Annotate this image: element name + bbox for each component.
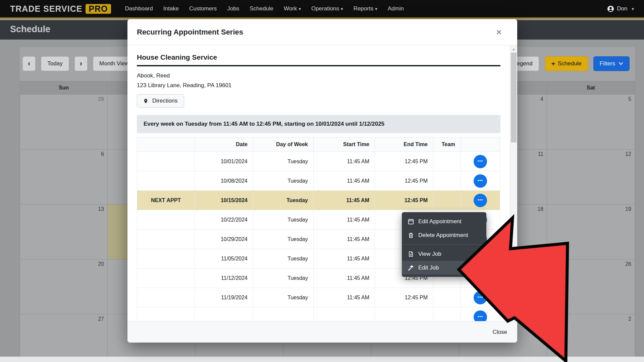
plus-icon: + <box>551 60 555 67</box>
page-bottom-strip <box>0 357 644 362</box>
row-actions-button[interactable]: ••• <box>474 174 487 188</box>
chevron-right-icon: › <box>80 59 82 68</box>
nav-jobs[interactable]: Jobs <box>227 5 239 12</box>
menu-divider <box>402 244 486 245</box>
col-start-time: Start Time <box>314 137 375 152</box>
day-cell[interactable]: 29 <box>20 95 108 149</box>
day-cell[interactable]: 19 <box>547 204 635 259</box>
user-name: Don <box>617 5 627 12</box>
caret-down-icon: ▾ <box>299 6 301 11</box>
modal-scrollbar[interactable]: ▲ ▼ <box>510 45 517 321</box>
next-month-button[interactable]: › <box>74 56 88 71</box>
day-cell[interactable]: 26 <box>547 259 635 314</box>
service-title: House Cleaning Service <box>137 53 500 66</box>
chevron-left-icon: ‹ <box>28 59 30 68</box>
caret-down-icon: ▾ <box>375 6 377 11</box>
day-number: 4 <box>540 96 543 102</box>
table-row: 10/08/2024Tuesday11:45 AM12:45 PM ••• <box>137 171 500 191</box>
row-actions-button[interactable]: ••• <box>474 194 487 207</box>
table-row: 10/01/2024Tuesday11:45 AM12:45 PM ••• <box>137 152 500 171</box>
modal-title: Recurring Appointment Series <box>137 28 243 37</box>
row-actions-button[interactable]: ••• <box>474 291 487 304</box>
prev-month-button[interactable]: ‹ <box>22 56 36 71</box>
col-end-time: End Time <box>375 137 433 152</box>
ellipsis-icon: ••• <box>478 159 483 164</box>
day-number: 5 <box>628 96 631 102</box>
calendar-icon <box>408 219 414 225</box>
row-actions-button[interactable]: ••• <box>474 310 487 321</box>
app-logo: TRADE SERVICE PRO <box>10 4 111 14</box>
modal-body: House Cleaning Service Abook, Reed 123 L… <box>127 45 517 321</box>
add-schedule-button[interactable]: +Schedule <box>545 56 588 71</box>
day-number: 26 <box>625 261 631 267</box>
menu-item-edit-appointment[interactable]: Edit Appointment <box>402 215 486 228</box>
nav-schedule[interactable]: Schedule <box>250 5 273 12</box>
chevron-down-icon <box>619 62 623 65</box>
day-number: 13 <box>98 206 104 212</box>
ellipsis-icon: ••• <box>478 178 483 183</box>
nav-customers[interactable]: Customers <box>189 5 217 12</box>
day-cell[interactable]: 2 <box>547 314 635 357</box>
next-appt-badge: NEXT APPT <box>137 191 195 210</box>
scroll-down-icon[interactable]: ▼ <box>510 314 517 320</box>
day-number: 18 <box>537 206 543 212</box>
day-cell[interactable]: 5 <box>547 95 635 149</box>
appointment-context-menu: Edit Appointment Delete Appointment View… <box>402 212 486 277</box>
trash-icon <box>408 232 414 238</box>
day-cell[interactable]: 13 <box>20 204 108 259</box>
close-icon[interactable]: × <box>496 27 502 37</box>
day-number: 12 <box>625 151 631 157</box>
nav-reports-dropdown[interactable]: Reports▾ <box>354 5 377 12</box>
customer-name: Abook, Reed <box>137 72 500 79</box>
modal-footer: Close <box>127 321 517 343</box>
brand-name: TRADE SERVICE <box>10 4 82 14</box>
menu-item-view-job[interactable]: View Job <box>402 247 486 261</box>
day-number: 1 <box>540 316 543 322</box>
scroll-up-icon[interactable]: ▲ <box>510 46 517 52</box>
col-actions <box>461 137 500 152</box>
nav-operations-dropdown[interactable]: Operations▾ <box>311 5 343 12</box>
day-number: 27 <box>98 316 104 322</box>
customer-address: 123 Library Lane, Reading, PA 19601 <box>137 82 500 89</box>
nav-links: Dashboard Intake Customers Jobs Schedule… <box>125 5 404 12</box>
table-row: 11/19/2024Tuesday11:45 AM12:45 PM ••• <box>137 288 500 307</box>
close-button[interactable]: Close <box>493 329 507 336</box>
nav-admin[interactable]: Admin <box>388 5 404 12</box>
menu-item-edit-job[interactable]: Edit Job <box>402 261 486 275</box>
file-text-icon <box>408 251 414 257</box>
user-icon <box>607 5 614 12</box>
day-number: 6 <box>101 151 104 157</box>
recurrence-summary: Every week on Tuesday from 11:45 AM to 1… <box>137 115 500 133</box>
filters-button[interactable]: Filters <box>593 56 630 71</box>
table-header-row: Date Day of Week Start Time End Time Tea… <box>137 137 500 152</box>
menu-item-delete-appointment[interactable]: Delete Appointment <box>402 228 486 242</box>
modal-header: Recurring Appointment Series × <box>127 19 517 45</box>
day-cell[interactable]: 27 <box>20 314 108 357</box>
day-cell[interactable]: 20 <box>20 259 108 314</box>
directions-button[interactable]: Directions <box>137 94 184 108</box>
caret-down-icon: ▾ <box>632 6 634 11</box>
day-number: 29 <box>98 96 104 102</box>
row-actions-button[interactable]: ••• <box>474 155 487 168</box>
nav-work-dropdown[interactable]: Work▾ <box>284 5 301 12</box>
day-number: 2 <box>628 316 631 322</box>
user-menu[interactable]: Don ▾ <box>607 5 634 12</box>
brand-badge: PRO <box>86 4 111 14</box>
nav-dashboard[interactable]: Dashboard <box>125 5 153 12</box>
scrollbar-thumb[interactable] <box>511 53 517 142</box>
hammer-icon <box>408 265 414 271</box>
weekday-sun: Sun <box>20 81 108 95</box>
col-day-of-week: Day of Week <box>253 137 314 152</box>
ellipsis-icon: ••• <box>478 197 483 202</box>
map-pin-icon <box>143 98 149 104</box>
nav-intake[interactable]: Intake <box>163 5 179 12</box>
day-cell[interactable]: 6 <box>20 149 108 204</box>
caret-down-icon: ▾ <box>341 6 343 11</box>
day-number: 20 <box>98 261 104 267</box>
day-number: 11 <box>538 151 543 157</box>
weekday-sat: Sat <box>547 81 635 95</box>
col-team: Team <box>433 137 461 152</box>
day-cell[interactable]: 12 <box>547 149 635 204</box>
today-button[interactable]: Today <box>41 56 69 71</box>
col-label <box>137 137 195 152</box>
